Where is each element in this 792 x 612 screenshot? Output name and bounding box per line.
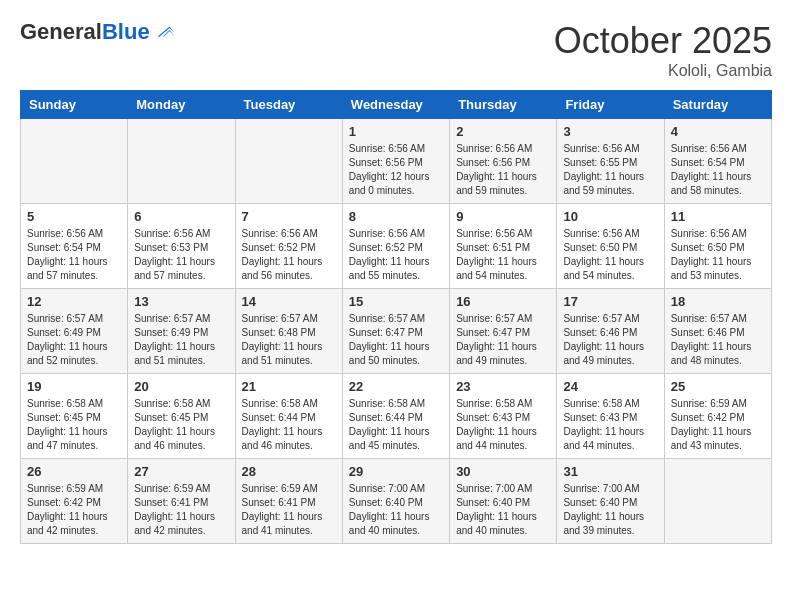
week-row-1: 1Sunrise: 6:56 AMSunset: 6:56 PMDaylight… bbox=[21, 119, 772, 204]
location: Kololi, Gambia bbox=[554, 62, 772, 80]
day-info: Sunrise: 6:59 AMSunset: 6:41 PMDaylight:… bbox=[242, 482, 336, 538]
day-number: 11 bbox=[671, 209, 765, 224]
day-number: 16 bbox=[456, 294, 550, 309]
day-cell: 21Sunrise: 6:58 AMSunset: 6:44 PMDayligh… bbox=[235, 374, 342, 459]
day-number: 27 bbox=[134, 464, 228, 479]
day-number: 19 bbox=[27, 379, 121, 394]
day-number: 4 bbox=[671, 124, 765, 139]
week-row-4: 19Sunrise: 6:58 AMSunset: 6:45 PMDayligh… bbox=[21, 374, 772, 459]
day-number: 15 bbox=[349, 294, 443, 309]
day-cell: 11Sunrise: 6:56 AMSunset: 6:50 PMDayligh… bbox=[664, 204, 771, 289]
day-info: Sunrise: 6:59 AMSunset: 6:41 PMDaylight:… bbox=[134, 482, 228, 538]
day-info: Sunrise: 6:56 AMSunset: 6:56 PMDaylight:… bbox=[456, 142, 550, 198]
day-info: Sunrise: 6:56 AMSunset: 6:56 PMDaylight:… bbox=[349, 142, 443, 198]
header: GeneralBlue October 2025 Kololi, Gambia bbox=[20, 20, 772, 80]
month-title: October 2025 bbox=[554, 20, 772, 62]
day-cell: 27Sunrise: 6:59 AMSunset: 6:41 PMDayligh… bbox=[128, 459, 235, 544]
day-info: Sunrise: 6:56 AMSunset: 6:54 PMDaylight:… bbox=[27, 227, 121, 283]
day-number: 6 bbox=[134, 209, 228, 224]
day-info: Sunrise: 6:58 AMSunset: 6:44 PMDaylight:… bbox=[242, 397, 336, 453]
day-number: 8 bbox=[349, 209, 443, 224]
day-cell: 4Sunrise: 6:56 AMSunset: 6:54 PMDaylight… bbox=[664, 119, 771, 204]
day-number: 7 bbox=[242, 209, 336, 224]
title-section: October 2025 Kololi, Gambia bbox=[554, 20, 772, 80]
day-cell: 28Sunrise: 6:59 AMSunset: 6:41 PMDayligh… bbox=[235, 459, 342, 544]
day-info: Sunrise: 6:56 AMSunset: 6:55 PMDaylight:… bbox=[563, 142, 657, 198]
day-info: Sunrise: 6:59 AMSunset: 6:42 PMDaylight:… bbox=[671, 397, 765, 453]
day-info: Sunrise: 6:58 AMSunset: 6:43 PMDaylight:… bbox=[456, 397, 550, 453]
day-number: 21 bbox=[242, 379, 336, 394]
day-cell: 18Sunrise: 6:57 AMSunset: 6:46 PMDayligh… bbox=[664, 289, 771, 374]
day-number: 20 bbox=[134, 379, 228, 394]
day-cell: 8Sunrise: 6:56 AMSunset: 6:52 PMDaylight… bbox=[342, 204, 449, 289]
weekday-header-friday: Friday bbox=[557, 91, 664, 119]
day-number: 14 bbox=[242, 294, 336, 309]
day-number: 28 bbox=[242, 464, 336, 479]
day-number: 24 bbox=[563, 379, 657, 394]
day-info: Sunrise: 6:56 AMSunset: 6:50 PMDaylight:… bbox=[671, 227, 765, 283]
day-info: Sunrise: 6:57 AMSunset: 6:48 PMDaylight:… bbox=[242, 312, 336, 368]
day-cell: 29Sunrise: 7:00 AMSunset: 6:40 PMDayligh… bbox=[342, 459, 449, 544]
day-info: Sunrise: 6:56 AMSunset: 6:51 PMDaylight:… bbox=[456, 227, 550, 283]
day-info: Sunrise: 6:57 AMSunset: 6:49 PMDaylight:… bbox=[134, 312, 228, 368]
day-cell: 2Sunrise: 6:56 AMSunset: 6:56 PMDaylight… bbox=[450, 119, 557, 204]
logo-general-text: General bbox=[20, 19, 102, 44]
day-cell: 20Sunrise: 6:58 AMSunset: 6:45 PMDayligh… bbox=[128, 374, 235, 459]
logo: GeneralBlue bbox=[20, 20, 176, 44]
day-info: Sunrise: 6:58 AMSunset: 6:45 PMDaylight:… bbox=[27, 397, 121, 453]
day-number: 26 bbox=[27, 464, 121, 479]
day-number: 13 bbox=[134, 294, 228, 309]
day-number: 12 bbox=[27, 294, 121, 309]
day-info: Sunrise: 6:58 AMSunset: 6:43 PMDaylight:… bbox=[563, 397, 657, 453]
day-number: 17 bbox=[563, 294, 657, 309]
day-cell: 30Sunrise: 7:00 AMSunset: 6:40 PMDayligh… bbox=[450, 459, 557, 544]
week-row-2: 5Sunrise: 6:56 AMSunset: 6:54 PMDaylight… bbox=[21, 204, 772, 289]
day-number: 22 bbox=[349, 379, 443, 394]
day-cell bbox=[235, 119, 342, 204]
day-number: 1 bbox=[349, 124, 443, 139]
weekday-header-row: SundayMondayTuesdayWednesdayThursdayFrid… bbox=[21, 91, 772, 119]
day-info: Sunrise: 7:00 AMSunset: 6:40 PMDaylight:… bbox=[563, 482, 657, 538]
day-number: 18 bbox=[671, 294, 765, 309]
day-info: Sunrise: 6:56 AMSunset: 6:52 PMDaylight:… bbox=[242, 227, 336, 283]
weekday-header-monday: Monday bbox=[128, 91, 235, 119]
day-cell: 9Sunrise: 6:56 AMSunset: 6:51 PMDaylight… bbox=[450, 204, 557, 289]
day-info: Sunrise: 6:57 AMSunset: 6:47 PMDaylight:… bbox=[349, 312, 443, 368]
day-number: 29 bbox=[349, 464, 443, 479]
day-cell: 24Sunrise: 6:58 AMSunset: 6:43 PMDayligh… bbox=[557, 374, 664, 459]
day-info: Sunrise: 6:56 AMSunset: 6:54 PMDaylight:… bbox=[671, 142, 765, 198]
day-info: Sunrise: 6:56 AMSunset: 6:52 PMDaylight:… bbox=[349, 227, 443, 283]
day-cell bbox=[21, 119, 128, 204]
day-number: 2 bbox=[456, 124, 550, 139]
weekday-header-saturday: Saturday bbox=[664, 91, 771, 119]
day-info: Sunrise: 6:59 AMSunset: 6:42 PMDaylight:… bbox=[27, 482, 121, 538]
calendar: SundayMondayTuesdayWednesdayThursdayFrid… bbox=[20, 90, 772, 544]
day-cell: 17Sunrise: 6:57 AMSunset: 6:46 PMDayligh… bbox=[557, 289, 664, 374]
day-cell: 6Sunrise: 6:56 AMSunset: 6:53 PMDaylight… bbox=[128, 204, 235, 289]
day-cell: 7Sunrise: 6:56 AMSunset: 6:52 PMDaylight… bbox=[235, 204, 342, 289]
day-cell: 22Sunrise: 6:58 AMSunset: 6:44 PMDayligh… bbox=[342, 374, 449, 459]
day-info: Sunrise: 6:56 AMSunset: 6:53 PMDaylight:… bbox=[134, 227, 228, 283]
day-number: 30 bbox=[456, 464, 550, 479]
day-info: Sunrise: 6:56 AMSunset: 6:50 PMDaylight:… bbox=[563, 227, 657, 283]
day-info: Sunrise: 6:58 AMSunset: 6:45 PMDaylight:… bbox=[134, 397, 228, 453]
day-cell: 13Sunrise: 6:57 AMSunset: 6:49 PMDayligh… bbox=[128, 289, 235, 374]
day-cell: 31Sunrise: 7:00 AMSunset: 6:40 PMDayligh… bbox=[557, 459, 664, 544]
day-cell: 26Sunrise: 6:59 AMSunset: 6:42 PMDayligh… bbox=[21, 459, 128, 544]
day-cell bbox=[664, 459, 771, 544]
day-info: Sunrise: 6:57 AMSunset: 6:47 PMDaylight:… bbox=[456, 312, 550, 368]
day-cell: 16Sunrise: 6:57 AMSunset: 6:47 PMDayligh… bbox=[450, 289, 557, 374]
day-cell: 5Sunrise: 6:56 AMSunset: 6:54 PMDaylight… bbox=[21, 204, 128, 289]
day-number: 31 bbox=[563, 464, 657, 479]
logo-icon bbox=[152, 20, 176, 44]
day-cell: 23Sunrise: 6:58 AMSunset: 6:43 PMDayligh… bbox=[450, 374, 557, 459]
day-number: 23 bbox=[456, 379, 550, 394]
day-cell bbox=[128, 119, 235, 204]
day-cell: 1Sunrise: 6:56 AMSunset: 6:56 PMDaylight… bbox=[342, 119, 449, 204]
day-info: Sunrise: 7:00 AMSunset: 6:40 PMDaylight:… bbox=[456, 482, 550, 538]
weekday-header-sunday: Sunday bbox=[21, 91, 128, 119]
weekday-header-tuesday: Tuesday bbox=[235, 91, 342, 119]
day-cell: 10Sunrise: 6:56 AMSunset: 6:50 PMDayligh… bbox=[557, 204, 664, 289]
day-number: 9 bbox=[456, 209, 550, 224]
day-cell: 12Sunrise: 6:57 AMSunset: 6:49 PMDayligh… bbox=[21, 289, 128, 374]
